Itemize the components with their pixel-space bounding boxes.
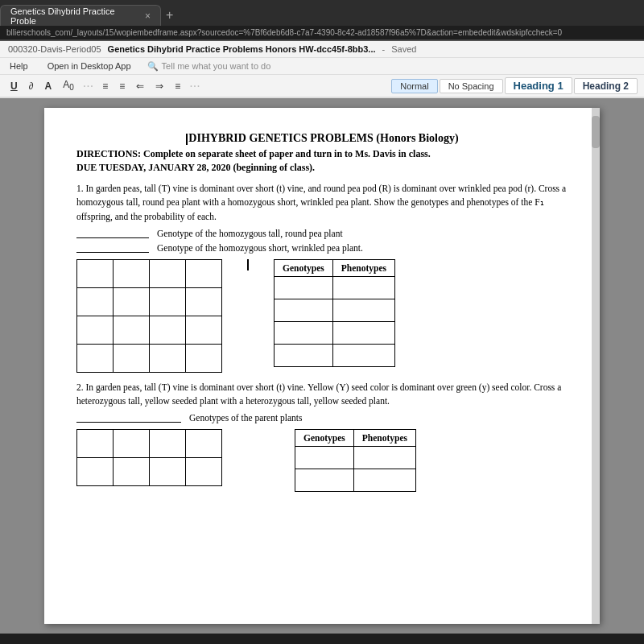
cell <box>114 287 150 316</box>
fill-row-q2: Genotypes of the parent plants <box>76 413 568 423</box>
punnett-square-2 <box>76 429 222 486</box>
phenotypes-header-2: Phenotypes <box>353 430 415 447</box>
cell <box>77 316 114 344</box>
indent-left-button[interactable]: ⇐ <box>132 79 148 93</box>
fill-label-1: Genotype of the homozygous tall, round p… <box>157 229 343 238</box>
new-tab-button[interactable]: + <box>166 8 173 23</box>
cell <box>275 321 333 344</box>
cell <box>77 458 114 486</box>
cell <box>332 344 394 366</box>
punnett-container-2: Genotypes Phenotypes <box>76 429 568 492</box>
cell <box>295 447 354 469</box>
cell <box>114 458 150 486</box>
fill-row-1: Genotype of the homozygous tall, round p… <box>76 229 568 238</box>
cell <box>150 458 186 486</box>
cell <box>114 259 150 287</box>
menu-bar: Help Open in Desktop App 🔍 Tell me what … <box>0 58 644 75</box>
list-button-1[interactable]: ≡ <box>98 79 112 93</box>
genotypes-header: Genotypes <box>275 259 333 276</box>
cell <box>332 276 394 299</box>
font-size-button[interactable]: A0 <box>59 77 78 93</box>
table-row <box>275 321 395 344</box>
formatting-toolbar: U ∂ A A0 ··· ≡ ≡ ⇐ ⇒ ≡ ··· Normal No Spa… <box>0 75 644 97</box>
cell <box>77 287 114 316</box>
toolbar-separator-1: ··· <box>83 79 93 93</box>
align-button[interactable]: ≡ <box>171 79 184 93</box>
cell <box>150 316 186 344</box>
scrollbar[interactable] <box>592 108 600 624</box>
style-heading1-button[interactable]: Heading 1 <box>505 77 572 94</box>
tab-close-button[interactable]: × <box>145 10 151 22</box>
table-row <box>77 259 222 287</box>
cell <box>353 469 415 492</box>
address-bar[interactable]: bllierschools_com/_layouts/15/wopiembedf… <box>0 26 644 40</box>
active-tab[interactable]: Genetics Dihybrid Practice Proble × <box>0 5 161 26</box>
table-row <box>77 430 222 458</box>
table-row <box>275 299 395 321</box>
punnett-container-1: Genotypes Phenotypes <box>76 259 568 373</box>
saved-badge: Saved <box>391 44 416 54</box>
cell <box>150 430 186 458</box>
cell <box>114 344 150 372</box>
menu-help[interactable]: Help <box>6 60 31 72</box>
cell <box>275 344 333 366</box>
due-line: DUE TUESDAY, JANUARY 28, 2020 (beginning… <box>76 162 568 174</box>
table-row <box>77 458 222 486</box>
font-color-button[interactable]: A <box>41 79 56 93</box>
table-row <box>275 276 395 299</box>
breadcrumb-path: 000320-Davis-Period05 <box>8 44 101 54</box>
indent-right-button[interactable]: ⇒ <box>151 79 167 93</box>
scrollbar-thumb[interactable] <box>592 116 600 148</box>
fill-line-2 <box>76 252 149 253</box>
breadcrumb-doc-title: Genetics Dihybrid Practice Problems Hono… <box>108 44 376 54</box>
directions-line1: DIRECTIONS: Complete on separate sheet o… <box>76 148 568 160</box>
table-header-row: Genotypes Phenotypes <box>295 430 416 447</box>
search-bar[interactable]: 🔍 Tell me what you want to do <box>147 61 271 72</box>
cell <box>332 299 394 321</box>
breadcrumb-separator: - <box>382 44 386 54</box>
list-button-2[interactable]: ≡ <box>115 79 129 93</box>
cell <box>77 430 114 458</box>
table-row <box>275 344 395 366</box>
style-no-spacing-button[interactable]: No Spacing <box>440 79 503 93</box>
cell <box>77 344 114 372</box>
genotypes-header-2: Genotypes <box>295 430 354 447</box>
tab-title: Genetics Dihybrid Practice Proble <box>10 6 140 26</box>
cell <box>186 316 222 344</box>
menu-open-desktop[interactable]: Open in Desktop App <box>44 60 134 72</box>
style-heading2-button[interactable]: Heading 2 <box>574 78 638 94</box>
cell <box>186 458 222 486</box>
fill-row-2: Genotype of the homozygous short, wrinkl… <box>76 243 568 253</box>
search-icon: 🔍 <box>147 61 159 72</box>
table-row <box>77 316 222 344</box>
table-row <box>77 287 222 316</box>
office-toolbar: 000320-Davis-Period05 Genetics Dihybrid … <box>0 41 644 98</box>
style-buttons: Normal No Spacing Heading 1 Heading 2 <box>391 77 638 94</box>
cell <box>186 259 222 287</box>
cell <box>114 430 150 458</box>
genotypes-phenotypes-table-1: Genotypes Phenotypes <box>274 259 395 367</box>
question-1-text: 1. In garden peas, tall (T) vine is domi… <box>76 182 568 224</box>
table-row <box>295 447 416 469</box>
cell <box>186 344 222 372</box>
document-page: DIHYBRID GENETICS PROBLEMS (Honors Biolo… <box>44 108 600 624</box>
cell <box>150 287 186 316</box>
document-title: DIHYBRID GENETICS PROBLEMS (Honors Biolo… <box>76 132 568 145</box>
cell <box>150 344 186 372</box>
style-normal-button[interactable]: Normal <box>391 79 437 93</box>
underline-button[interactable]: U <box>6 79 22 93</box>
cursor-area <box>246 259 250 270</box>
text-cursor <box>247 259 249 270</box>
fill-label-2: Genotype of the homozygous short, wrinkl… <box>157 243 363 253</box>
fill-line-1 <box>76 237 149 238</box>
cell <box>275 299 333 321</box>
cell <box>77 259 114 287</box>
cell <box>275 276 333 299</box>
fill-label-q2: Genotypes of the parent plants <box>189 413 303 423</box>
tab-bar: Genetics Dihybrid Practice Proble × + <box>0 0 644 26</box>
pen-button[interactable]: ∂ <box>25 79 38 93</box>
cell <box>295 469 354 492</box>
document-area: DIHYBRID GENETICS PROBLEMS (Honors Biolo… <box>0 98 644 634</box>
cell <box>114 316 150 344</box>
punnett-square-1 <box>76 259 222 373</box>
